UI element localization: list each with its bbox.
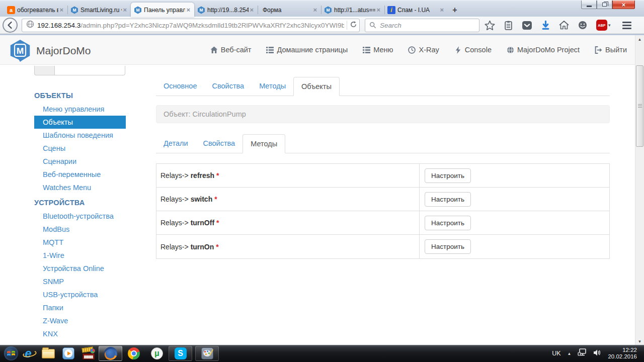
browser-tab[interactable]: a обогреватель в ... × xyxy=(4,3,67,17)
header-nav: Веб-сайт Домашние страницы Меню X-Ray Co… xyxy=(210,35,627,64)
method-action-cell: Настроить xyxy=(420,164,609,187)
sidebar-search-remnant[interactable] xyxy=(34,66,125,75)
hidden-icons-caret-icon[interactable]: ▲ xyxy=(568,351,572,356)
sidebar-item-scenarios[interactable]: Сценарии xyxy=(0,155,135,168)
windows-logo-icon xyxy=(7,349,16,358)
sidebar-item-bluetooth[interactable]: Bluetooth-устройства xyxy=(0,210,135,223)
nav-menu[interactable]: Меню xyxy=(363,46,393,54)
sidebar-item-folders[interactable]: Папки xyxy=(0,301,135,314)
back-button[interactable] xyxy=(3,18,18,33)
nav-logout[interactable]: Выйти xyxy=(595,46,627,54)
sidebar-search-button[interactable] xyxy=(34,66,54,75)
dictionary-tools-icon[interactable] xyxy=(78,345,99,362)
file-explorer-icon[interactable] xyxy=(38,345,58,362)
subtab-details[interactable]: Детали xyxy=(156,134,196,153)
scroll-up-icon[interactable]: ▲ xyxy=(635,35,644,44)
taskbar-clock[interactable]: 12:22 20.02.2016 xyxy=(608,347,639,360)
sidebar-item-watches-menu[interactable]: Watches Menu xyxy=(0,181,135,194)
scroll-down-icon[interactable]: ▼ xyxy=(635,337,644,345)
url-bar[interactable]: 192.168.254.3/admin.php?pd=Y2xhc3Nlczp7a… xyxy=(22,19,360,32)
internet-explorer-icon[interactable]: e xyxy=(18,345,38,362)
tab-close-icon[interactable]: × xyxy=(185,6,191,14)
skype-taskbar-button[interactable]: S xyxy=(169,346,192,361)
vertical-scrollbar[interactable]: ▲ ▼ xyxy=(635,35,644,345)
sidebar-item-zwave[interactable]: Z-Wave xyxy=(0,314,135,327)
home-icon[interactable] xyxy=(559,20,569,30)
table-row: Relays->switch* Настроить xyxy=(156,188,609,211)
adblock-plus-icon[interactable]: ABP▾ xyxy=(596,20,611,31)
window-restore-button[interactable] xyxy=(597,1,612,9)
method-module: Relays-> xyxy=(160,195,189,203)
configure-button[interactable]: Настроить xyxy=(425,168,471,183)
sidebar-item-scenes[interactable]: Сцены xyxy=(0,142,135,155)
browser-tab[interactable]: M http://19...8.254.3/ × xyxy=(194,3,258,17)
sidebar-item-knx[interactable]: KNX xyxy=(0,327,135,340)
sidebar-item-snmp[interactable]: SNMP xyxy=(0,275,135,288)
sidebar-item-1wire[interactable]: 1-Wire xyxy=(0,249,135,262)
start-button[interactable] xyxy=(4,346,18,360)
paint-taskbar-button[interactable] xyxy=(195,346,219,361)
sidebar-search-input[interactable] xyxy=(54,66,125,75)
tab-close-icon[interactable]: × xyxy=(58,6,64,14)
reload-icon[interactable] xyxy=(350,21,357,30)
sidebar-item-usb[interactable]: USB-устройства xyxy=(0,288,135,301)
tab-objects-active[interactable]: Объекты xyxy=(293,77,340,96)
window-minimize-button[interactable] xyxy=(581,1,597,9)
configure-button[interactable]: Настроить xyxy=(425,239,471,254)
new-tab-button[interactable]: + xyxy=(448,3,462,17)
volume-icon[interactable] xyxy=(593,349,601,358)
subtab-methods-active[interactable]: Методы xyxy=(243,134,285,153)
nav-majordomo-project[interactable]: MajorDoMo Project xyxy=(507,46,580,54)
subtab-properties[interactable]: Свойства xyxy=(196,134,243,153)
menu-hamburger-icon[interactable] xyxy=(622,22,631,29)
sidebar-item-mqtt[interactable]: MQTT xyxy=(0,236,135,249)
sidebar-item-web-variables[interactable]: Веб-переменные xyxy=(0,168,135,181)
nav-xray[interactable]: X-Ray xyxy=(408,46,439,54)
browser-tab-active[interactable]: M Панель управл... × xyxy=(131,3,194,17)
tab-properties[interactable]: Свойства xyxy=(204,77,252,96)
tab-methods[interactable]: Методы xyxy=(252,77,293,96)
firefox-taskbar-button[interactable] xyxy=(99,346,122,361)
tab-main[interactable]: Основное xyxy=(156,77,204,96)
globe-icon xyxy=(507,46,514,54)
tab-close-icon[interactable]: × xyxy=(439,6,445,14)
sidebar-item-devices-online[interactable]: Устройства Online xyxy=(0,262,135,275)
nav-console[interactable]: Console xyxy=(454,46,492,54)
search-input[interactable] xyxy=(380,22,475,29)
sidebar-item-behavior-templates[interactable]: Шаблоны поведения xyxy=(0,129,135,142)
bookmark-star-icon[interactable] xyxy=(485,20,495,31)
configure-button[interactable]: Настроить xyxy=(425,192,471,207)
downloads-icon[interactable] xyxy=(541,21,550,30)
network-icon[interactable] xyxy=(578,348,587,358)
pocket-icon[interactable] xyxy=(522,20,532,31)
tab-close-icon[interactable]: × xyxy=(312,6,318,14)
paint-icon xyxy=(201,347,213,359)
sidebar-item-objects[interactable]: Объекты xyxy=(0,116,135,129)
browser-tab[interactable]: M http://1...atus==1 × xyxy=(321,3,384,17)
media-player-icon[interactable] xyxy=(58,345,78,362)
majordomo-favicon-icon: M xyxy=(134,6,142,14)
tab-close-icon[interactable]: × xyxy=(375,6,381,14)
tab-close-icon[interactable]: × xyxy=(249,6,255,14)
scrollbar-thumb[interactable] xyxy=(636,65,643,147)
tab-close-icon[interactable]: × xyxy=(122,6,128,14)
sidebar-section-objects: ОБЪЕКТЫ xyxy=(34,92,135,100)
nav-website[interactable]: Веб-сайт xyxy=(210,46,252,54)
browser-tab[interactable]: M SmartLiving.ru • ... × xyxy=(67,3,131,17)
tab-title: Форма xyxy=(261,7,312,14)
chat-smiley-icon[interactable] xyxy=(578,20,588,30)
browser-tab[interactable]: Форма × xyxy=(258,3,321,17)
utorrent-icon[interactable]: µ xyxy=(145,345,169,362)
browser-tab[interactable]: i Спам - I.UA × xyxy=(384,3,448,17)
chrome-icon[interactable] xyxy=(122,345,145,362)
search-box[interactable] xyxy=(365,19,479,32)
bookmarks-menu-icon[interactable] xyxy=(504,21,513,30)
configure-button[interactable]: Настроить xyxy=(425,216,471,230)
language-indicator[interactable]: UK xyxy=(552,350,560,357)
globe-icon xyxy=(26,20,34,30)
sidebar-item-control-menu[interactable]: Меню управления xyxy=(0,103,135,116)
sidebar-item-modbus[interactable]: ModBus xyxy=(0,223,135,236)
clock-date: 20.02.2016 xyxy=(608,353,637,359)
nav-home-pages[interactable]: Домашние страницы xyxy=(266,46,348,54)
window-close-button[interactable]: × xyxy=(612,1,635,9)
